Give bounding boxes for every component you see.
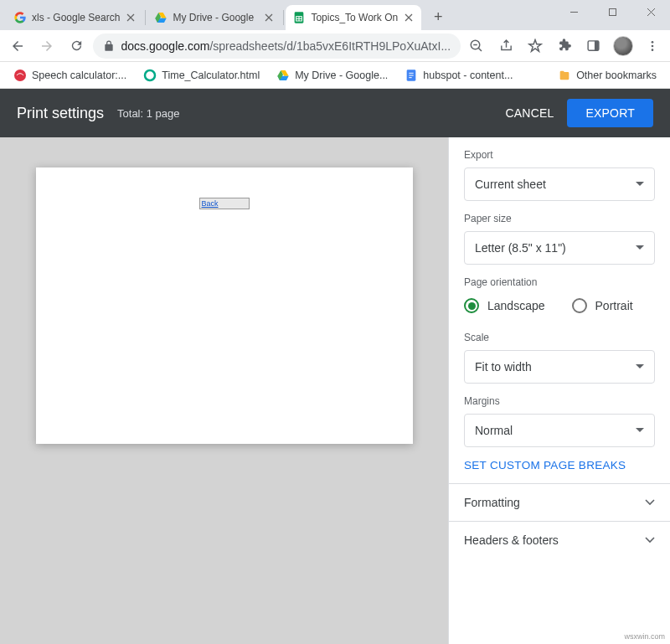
- drive-icon: [154, 11, 168, 24]
- drive-icon: [276, 69, 290, 82]
- scale-select[interactable]: Fit to width: [464, 350, 655, 384]
- window-maximize-button[interactable]: [593, 0, 631, 23]
- url-text: docs.google.com/spreadsheets/d/1ba5vxE6I…: [121, 39, 451, 53]
- sheets-icon: [292, 11, 306, 24]
- svg-point-23: [145, 70, 155, 80]
- close-icon[interactable]: [125, 12, 137, 23]
- window-minimize-button[interactable]: [554, 0, 593, 23]
- forward-button[interactable]: [34, 33, 60, 59]
- star-icon[interactable]: [523, 33, 549, 59]
- radio-icon: [464, 298, 479, 313]
- google-g-icon: [13, 11, 27, 24]
- svg-rect-1: [609, 8, 616, 15]
- radio-icon: [572, 298, 587, 313]
- tab-title: My Drive - Google: [173, 12, 258, 23]
- formatting-accordion[interactable]: Formatting: [449, 483, 670, 521]
- bookmark-item[interactable]: My Drive - Google...: [270, 65, 394, 85]
- page-subtitle: Total: 1 page: [117, 107, 179, 120]
- scale-label: Scale: [464, 332, 655, 343]
- svg-point-22: [14, 70, 26, 81]
- sidepanel-icon[interactable]: [580, 33, 606, 59]
- chevron-down-icon: [636, 428, 644, 433]
- print-settings-header: Print settings Total: 1 page CANCEL EXPO…: [0, 89, 670, 137]
- browser-tab-active[interactable]: Topics_To Work On: [286, 5, 421, 30]
- paper-size-label: Paper size: [464, 213, 655, 224]
- page-title: Print settings: [17, 105, 104, 122]
- print-settings-sidebar: Export Current sheet Paper size Letter (…: [448, 137, 670, 644]
- reload-button[interactable]: [64, 33, 90, 59]
- orientation-landscape-radio[interactable]: Landscape: [464, 298, 545, 313]
- profile-avatar[interactable]: [610, 33, 636, 59]
- tab-title: Topics_To Work On: [311, 12, 398, 23]
- bookmarks-bar: Speech calculator:... Time_Calculator.ht…: [0, 62, 670, 89]
- cancel-button[interactable]: CANCEL: [492, 100, 567, 126]
- preview-cell: Back: [199, 198, 250, 209]
- bookmark-item[interactable]: hubspot - content...: [398, 65, 519, 85]
- svg-line-15: [479, 48, 482, 51]
- svg-point-21: [651, 49, 653, 51]
- bookmark-favicon: [143, 69, 157, 82]
- docs-icon: [405, 69, 418, 82]
- preview-page: Back: [36, 167, 413, 444]
- browser-tab[interactable]: My Drive - Google: [147, 5, 281, 30]
- paper-size-select[interactable]: Letter (8.5" x 11"): [464, 231, 655, 265]
- watermark: wsxwin.com: [624, 632, 665, 641]
- address-bar: docs.google.com/spreadsheets/d/1ba5vxE6I…: [0, 30, 670, 62]
- export-button[interactable]: EXPORT: [567, 99, 653, 127]
- new-tab-button[interactable]: +: [426, 5, 450, 28]
- chevron-down-icon: [636, 245, 644, 250]
- bookmark-favicon: [13, 69, 27, 82]
- chevron-down-icon: [636, 364, 644, 369]
- folder-icon: [558, 69, 571, 82]
- tab-title: xls - Google Search: [32, 12, 120, 23]
- browser-tab[interactable]: xls - Google Search: [7, 5, 143, 30]
- close-icon[interactable]: [263, 12, 275, 23]
- extensions-icon[interactable]: [552, 33, 578, 59]
- menu-icon[interactable]: [639, 33, 665, 59]
- export-select[interactable]: Current sheet: [464, 167, 655, 201]
- svg-point-19: [651, 41, 653, 44]
- other-bookmarks[interactable]: Other bookmarks: [551, 65, 663, 85]
- svg-rect-18: [595, 41, 599, 50]
- orientation-portrait-radio[interactable]: Portrait: [572, 298, 633, 313]
- export-label: Export: [464, 149, 655, 161]
- chevron-down-icon: [645, 499, 655, 506]
- window-close-button[interactable]: [631, 0, 670, 23]
- margins-label: Margins: [464, 395, 655, 407]
- zoom-icon[interactable]: [464, 33, 490, 59]
- print-preview: Back: [0, 137, 448, 644]
- lock-icon: [103, 40, 115, 52]
- headers-footers-accordion[interactable]: Headers & footers: [449, 521, 670, 559]
- margins-select[interactable]: Normal: [464, 414, 655, 447]
- orientation-label: Page orientation: [464, 276, 655, 288]
- back-button[interactable]: [5, 33, 31, 59]
- chevron-down-icon: [636, 182, 644, 187]
- svg-point-20: [651, 44, 653, 47]
- share-icon[interactable]: [493, 33, 519, 59]
- omnibox[interactable]: docs.google.com/spreadsheets/d/1ba5vxE6I…: [93, 33, 461, 59]
- set-custom-page-breaks-link[interactable]: SET CUSTOM PAGE BREAKS: [449, 447, 670, 483]
- chevron-down-icon: [645, 537, 655, 544]
- bookmark-item[interactable]: Speech calculator:...: [7, 65, 133, 85]
- bookmark-item[interactable]: Time_Calculator.html: [137, 65, 266, 85]
- close-icon[interactable]: [403, 12, 415, 23]
